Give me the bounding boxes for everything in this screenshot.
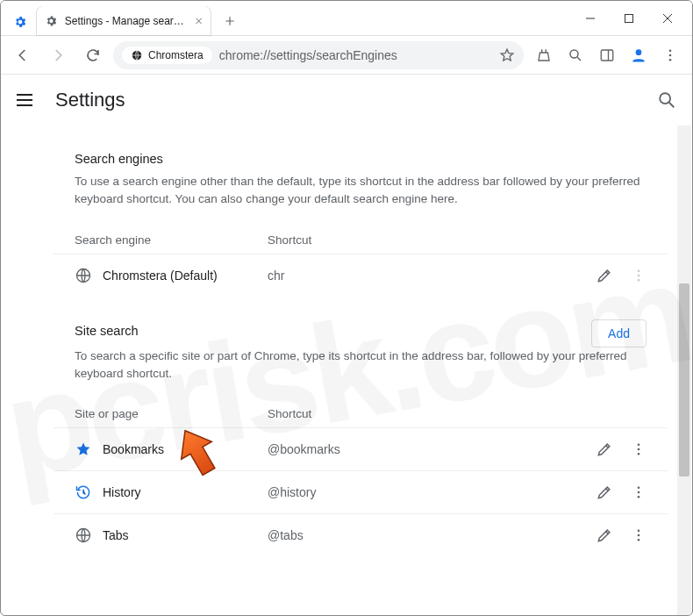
scrollbar-track[interactable] — [677, 125, 691, 616]
svg-point-20 — [638, 529, 640, 532]
svg-point-21 — [638, 534, 640, 537]
add-site-search-button[interactable]: Add — [591, 319, 647, 347]
site-shortcut: @tabs — [268, 528, 568, 542]
svg-point-2 — [570, 50, 578, 58]
svg-point-12 — [638, 278, 640, 281]
page-title: Settings — [55, 89, 125, 111]
star-icon — [75, 441, 92, 458]
search-toolbar-button[interactable] — [561, 40, 590, 70]
columns-header-site: Site or page Shortcut — [54, 398, 668, 427]
extensions-button[interactable] — [529, 40, 559, 70]
engine-name: Chromstera (Default) — [103, 269, 218, 283]
globe-icon — [75, 526, 92, 544]
content-scroll[interactable]: Search engines To use a search engine ot… — [1, 125, 692, 616]
edit-button[interactable] — [596, 267, 613, 284]
back-button[interactable] — [8, 40, 38, 70]
globe-icon — [131, 49, 143, 61]
address-bar[interactable]: Chromstera chrome://settings/searchEngin… — [113, 41, 524, 69]
side-panel-button[interactable] — [592, 40, 622, 70]
more-actions-button[interactable] — [631, 527, 647, 543]
svg-point-14 — [638, 448, 640, 451]
gear-icon — [45, 14, 58, 28]
tab-strip: Settings - Manage search engi — [8, 1, 245, 35]
svg-rect-0 — [625, 14, 633, 22]
maximize-button[interactable] — [610, 5, 648, 32]
site-shortcut: @history — [268, 485, 568, 499]
section-title-site-search: Site search — [75, 324, 139, 343]
browser-toolbar: Chromstera chrome://settings/searchEngin… — [1, 36, 692, 75]
tab-title: Settings - Manage search engi — [65, 15, 188, 27]
svg-point-15 — [638, 453, 640, 455]
col-header-site: Site or page — [75, 407, 268, 420]
kebab-menu-button[interactable] — [655, 40, 685, 70]
minimize-button[interactable] — [571, 5, 610, 32]
history-icon — [75, 483, 92, 501]
svg-point-22 — [638, 539, 640, 541]
forward-button[interactable] — [43, 40, 73, 70]
settings-header: Settings — [1, 75, 692, 125]
close-icon[interactable] — [195, 17, 203, 25]
close-window-button[interactable] — [648, 5, 687, 32]
svg-point-18 — [638, 496, 640, 498]
engine-shortcut: chr — [268, 269, 568, 283]
site-search-row: Tabs @tabs — [54, 513, 668, 556]
window-titlebar: Settings - Manage search engi — [1, 1, 692, 36]
settings-search-button[interactable] — [657, 90, 676, 110]
search-engine-row: Chromstera (Default) chr — [54, 254, 668, 297]
section-desc-search-engines: To use a search engine other than the de… — [54, 173, 668, 225]
section-desc-site-search: To search a specific site or part of Chr… — [54, 347, 668, 399]
svg-point-5 — [669, 49, 672, 52]
col-header-engine: Search engine — [75, 233, 268, 247]
svg-point-4 — [636, 49, 642, 55]
globe-icon — [75, 267, 92, 284]
chip-label: Chromstera — [148, 49, 204, 61]
svg-point-10 — [638, 269, 640, 272]
menu-button[interactable] — [17, 90, 38, 111]
site-shortcut: @bookmarks — [268, 442, 568, 456]
edit-button[interactable] — [596, 441, 613, 458]
edit-button[interactable] — [596, 483, 613, 501]
more-actions-button[interactable] — [631, 441, 647, 457]
new-tab-button[interactable] — [215, 6, 245, 36]
site-search-row: Bookmarks @bookmarks — [54, 427, 668, 470]
gear-icon — [13, 15, 27, 29]
svg-rect-3 — [601, 50, 613, 61]
content-area: Search engines To use a search engine ot… — [1, 125, 692, 616]
svg-point-16 — [638, 486, 640, 489]
svg-point-13 — [638, 443, 640, 446]
toolbar-right — [529, 40, 685, 70]
more-actions-button — [631, 268, 647, 283]
section-title-search-engines: Search engines — [54, 134, 668, 173]
svg-point-6 — [669, 54, 672, 56]
search-provider-chip[interactable]: Chromstera — [122, 47, 212, 64]
pinned-tab[interactable] — [8, 8, 32, 36]
edit-button[interactable] — [596, 526, 613, 544]
plus-icon — [224, 15, 236, 27]
site-name: History — [103, 485, 141, 499]
window-controls — [571, 5, 687, 32]
col-header-shortcut: Shortcut — [268, 233, 568, 247]
site-name: Tabs — [103, 528, 129, 542]
more-actions-button[interactable] — [631, 484, 647, 500]
svg-point-17 — [638, 491, 640, 494]
svg-point-8 — [660, 93, 670, 104]
url-text: chrome://settings/searchEngines — [219, 48, 492, 62]
site-search-row: History @history — [54, 470, 668, 513]
reload-button[interactable] — [78, 40, 108, 70]
col-header-site-shortcut: Shortcut — [268, 407, 568, 420]
profile-button[interactable] — [624, 40, 654, 70]
star-icon[interactable] — [499, 47, 515, 63]
active-tab[interactable]: Settings - Manage search engi — [36, 6, 211, 36]
columns-header: Search engine Shortcut — [54, 225, 668, 254]
site-name: Bookmarks — [103, 442, 164, 456]
svg-point-11 — [638, 274, 640, 276]
settings-card: Search engines To use a search engine ot… — [54, 134, 668, 556]
site-search-header-row: Site search Add — [54, 297, 668, 347]
svg-point-7 — [669, 58, 672, 61]
scrollbar-thumb[interactable] — [679, 283, 689, 476]
